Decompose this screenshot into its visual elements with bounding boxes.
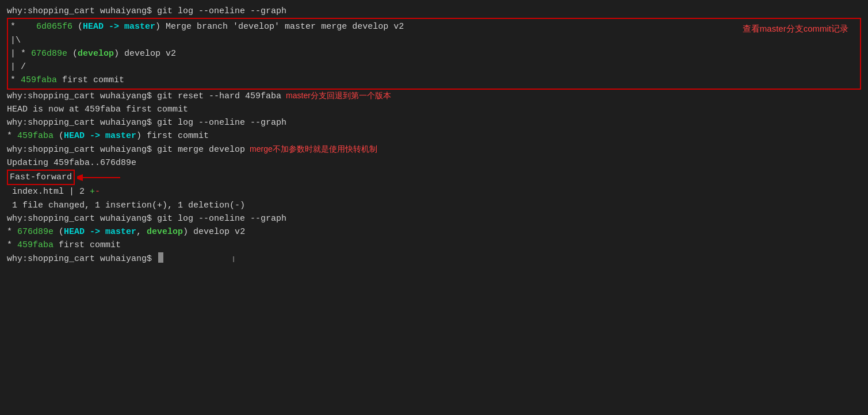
line-prompt-last: why:shopping_cart wuhaiyang$ I <box>7 252 861 266</box>
cursor-label: I <box>232 252 235 266</box>
line-changed: 1 file changed, 1 insertion(+), 1 deleti… <box>7 199 861 212</box>
line-cmd2: why:shopping_cart wuhaiyang$ git reset -… <box>7 90 861 103</box>
line-log4: * 459faba (HEAD -> master) first commit <box>7 129 861 143</box>
line-updating: Updating 459faba..676d89e <box>7 156 861 170</box>
line-ff: Fast-forward <box>7 170 861 185</box>
ff-arrow <box>77 171 123 185</box>
line-log3: * 459faba first commit <box>10 74 858 87</box>
line-cmd4: why:shopping_cart wuhaiyang$ git merge d… <box>7 143 861 156</box>
ff-box: Fast-forward <box>7 170 75 185</box>
line-log5: * 676d89e (HEAD -> master, develop) deve… <box>7 225 861 239</box>
annotation-master-commits: 查看master分支commit记录 <box>743 24 848 34</box>
line-log6: * 459faba first commit <box>7 239 861 252</box>
line-cmd1: why:shopping_cart wuhaiyang$ git log --o… <box>7 5 861 18</box>
annotation-reset: master分支回退到第一个版本 <box>286 90 391 102</box>
line-log2: | * 676d89e (develop) develop v2 <box>10 47 858 60</box>
terminal: why:shopping_cart wuhaiyang$ git log --o… <box>0 0 868 415</box>
line-pipe-bslash: |\ <box>10 34 858 47</box>
line-pipe-slash: | / <box>10 60 858 74</box>
line-cmd3: why:shopping_cart wuhaiyang$ git log --o… <box>7 116 861 129</box>
cursor <box>158 252 163 263</box>
cmd1-text: why:shopping_cart wuhaiyang$ git log --o… <box>7 5 286 18</box>
line-index: index.html | 2 +- <box>7 185 861 198</box>
annotation-merge: merge不加参数时就是使用快转机制 <box>250 143 377 156</box>
line-log1: * 6d065f6 (HEAD -> master) Merge branch … <box>10 20 858 33</box>
line-head-now: HEAD is now at 459faba first commit <box>7 103 861 116</box>
line-cmd5: why:shopping_cart wuhaiyang$ git log --o… <box>7 212 861 225</box>
